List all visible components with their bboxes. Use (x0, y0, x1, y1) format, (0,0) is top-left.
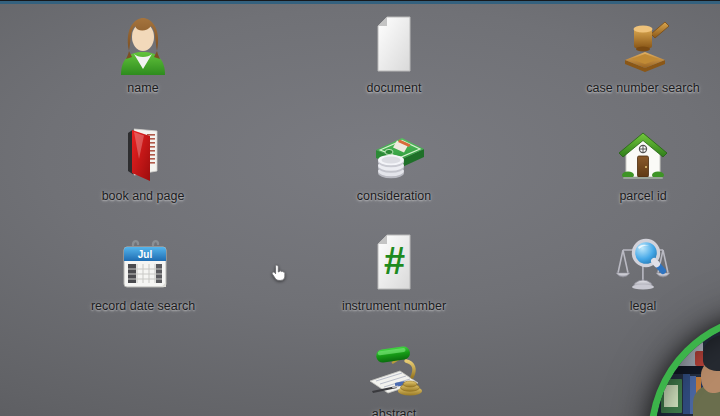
scales-magnifier-icon (611, 230, 675, 296)
search-option-book-and-page[interactable]: book and page (63, 120, 223, 203)
icon-label: legal (630, 299, 656, 313)
icon-label: consideration (357, 189, 431, 203)
icon-label: case number search (586, 81, 699, 95)
search-option-instrument-number[interactable]: # instrument number (314, 230, 474, 313)
search-option-name[interactable]: name (63, 12, 223, 95)
money-icon (362, 120, 426, 186)
search-launcher-screen: name document (0, 0, 720, 416)
gavel-icon (611, 12, 675, 78)
hash-document-icon: # (362, 230, 426, 296)
calendar-month-text: Jul (138, 249, 153, 260)
desk-lamp-icon (362, 338, 426, 404)
icon-label: name (127, 81, 158, 95)
search-option-legal[interactable]: legal (563, 230, 720, 313)
icon-label: record date search (91, 299, 195, 313)
webcam-overlay (648, 312, 720, 416)
search-option-case-number-search[interactable]: case number search (563, 12, 720, 95)
hash-symbol-text: # (384, 240, 405, 282)
search-option-document[interactable]: document (314, 12, 474, 95)
webcam-vignette (655, 319, 720, 416)
person-woman-icon (111, 12, 175, 78)
red-book-icon (111, 120, 175, 186)
icon-label: parcel id (619, 189, 666, 203)
search-option-consideration[interactable]: consideration (314, 120, 474, 203)
house-icon (611, 120, 675, 186)
webcam-equipment-lid (665, 333, 705, 342)
icon-label: abstract (372, 407, 416, 416)
document-icon (362, 12, 426, 78)
search-option-abstract[interactable]: abstract (314, 338, 474, 416)
top-border-blue (0, 1, 720, 4)
icon-label: document (367, 81, 422, 95)
search-option-record-date-search[interactable]: Jul record date search (63, 230, 223, 313)
icon-label: instrument number (342, 299, 446, 313)
icon-label: book and page (102, 189, 185, 203)
mouse-cursor-hand (270, 264, 286, 282)
search-option-parcel-id[interactable]: parcel id (563, 120, 720, 203)
calendar-icon: Jul (111, 230, 175, 296)
